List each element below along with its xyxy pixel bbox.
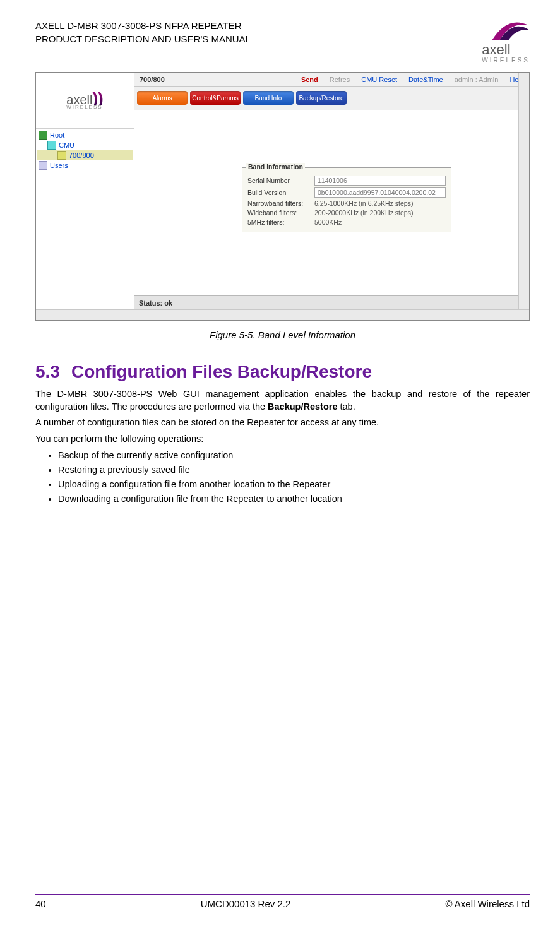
toolbar-band-label: 700/800 <box>140 76 165 83</box>
tree-users[interactable]: Users <box>37 160 133 170</box>
sidebar: axell)) WIRELESS Root CMU 700 <box>36 73 134 320</box>
tree-cmu[interactable]: CMU <box>37 140 133 150</box>
list-item: Restoring a previously saved file <box>58 463 530 477</box>
panel-legend: Band Information <box>246 163 305 170</box>
list-item: Backup of the currently active configura… <box>58 449 530 462</box>
row-5mhz: 5MHz filters: 5000KHz <box>247 218 446 226</box>
node-icon <box>57 151 66 160</box>
logo: axell WIRELESS <box>473 19 530 64</box>
main-area: 700/800 Send Refres CMU Reset Date&Time … <box>134 73 529 320</box>
folder-icon <box>39 131 47 140</box>
serial-value: 11401006 <box>314 176 446 186</box>
footer-rule <box>35 894 530 895</box>
row-serial: Serial Number 11401006 <box>247 176 446 186</box>
footer-page: 40 <box>35 898 46 909</box>
header-line-1: AXELL D-MBR 3007-3008-PS NFPA REPEATER <box>35 19 251 32</box>
toolbar-cmu-reset-link[interactable]: CMU Reset <box>361 76 397 83</box>
figure-caption: Figure 5-5. Band Level Information <box>35 330 530 340</box>
logo-text: axell WIRELESS <box>482 42 530 64</box>
paragraph-3: You can perform the following operations… <box>35 433 530 446</box>
sidebar-logo-area: axell)) WIRELESS <box>36 73 134 129</box>
section-heading: 5.3Configuration Files Backup/Restore <box>35 362 530 382</box>
sidebar-logo: axell)) WIRELESS <box>66 92 103 110</box>
app-screenshot: axell)) WIRELESS Root CMU 700 <box>35 72 530 321</box>
scrollbar-horizontal[interactable] <box>36 309 529 320</box>
tab-band-info[interactable]: Band Info <box>243 91 294 105</box>
scrollbar-vertical[interactable] <box>518 73 529 320</box>
node-icon <box>47 141 56 150</box>
list-item: Uploading a configuration file from anot… <box>58 478 530 491</box>
footer-doc: UMCD00013 Rev 2.2 <box>201 898 291 909</box>
tab-control-params[interactable]: Control&Params <box>190 91 241 105</box>
tab-row: Alarms Control&Params Band Info Backup/R… <box>134 87 529 110</box>
bullet-list: Backup of the currently active configura… <box>35 449 530 506</box>
tab-backup-restore[interactable]: Backup/Restore <box>296 91 347 105</box>
header-rule <box>35 68 530 68</box>
toolbar-send-link[interactable]: Send <box>301 76 318 83</box>
build-value: 0b010000.aadd9957.01040004.0200.02 <box>314 187 446 198</box>
paragraph-2: A number of configuration files can be s… <box>35 417 530 429</box>
section-number: 5.3 <box>35 362 60 381</box>
tree-root[interactable]: Root <box>37 130 133 140</box>
panel-area: Band Information Serial Number 11401006 … <box>134 110 529 320</box>
toolbar-admin-label: admin : Admin <box>455 76 499 83</box>
page-header: AXELL D-MBR 3007-3008-PS NFPA REPEATER P… <box>35 19 530 64</box>
list-item: Downloading a configuration file from th… <box>58 492 530 506</box>
tab-alarms[interactable]: Alarms <box>137 91 188 105</box>
header-titles: AXELL D-MBR 3007-3008-PS NFPA REPEATER P… <box>35 19 251 45</box>
nav-tree[interactable]: Root CMU 700/800 Users <box>36 129 134 320</box>
logo-swoosh-icon <box>473 19 530 44</box>
users-icon <box>39 161 47 170</box>
tree-band[interactable]: 700/800 <box>37 150 133 160</box>
page-footer: 40 UMCD00013 Rev 2.2 © Axell Wireless Lt… <box>35 894 530 909</box>
paragraph-1: The D-MBR 3007-3008-PS Web GUI managemen… <box>35 388 530 413</box>
header-line-2: PRODUCT DESCRIPTION AND USER'S MANUAL <box>35 32 251 45</box>
row-wideband: Wideband filters: 200-20000KHz (in 200KH… <box>247 209 446 217</box>
row-narrowband: Narrowband filters: 6.25-1000KHz (in 6.2… <box>247 199 446 207</box>
status-bar: Status: ok <box>134 295 519 310</box>
swoosh-icon: )) <box>92 92 103 105</box>
section-title: Configuration Files Backup/Restore <box>71 362 372 381</box>
row-build: Build Version 0b010000.aadd9957.01040004… <box>247 187 446 198</box>
status-text: Status: ok <box>139 299 172 307</box>
toolbar-refresh-link[interactable]: Refres <box>330 76 350 83</box>
band-info-panel: Band Information Serial Number 11401006 … <box>242 167 451 232</box>
footer-copyright: © Axell Wireless Ltd <box>445 898 530 909</box>
logo-subtext: WIRELESS <box>482 57 530 64</box>
toolbar-datetime-link[interactable]: Date&Time <box>408 76 443 83</box>
top-toolbar: 700/800 Send Refres CMU Reset Date&Time … <box>134 73 529 87</box>
